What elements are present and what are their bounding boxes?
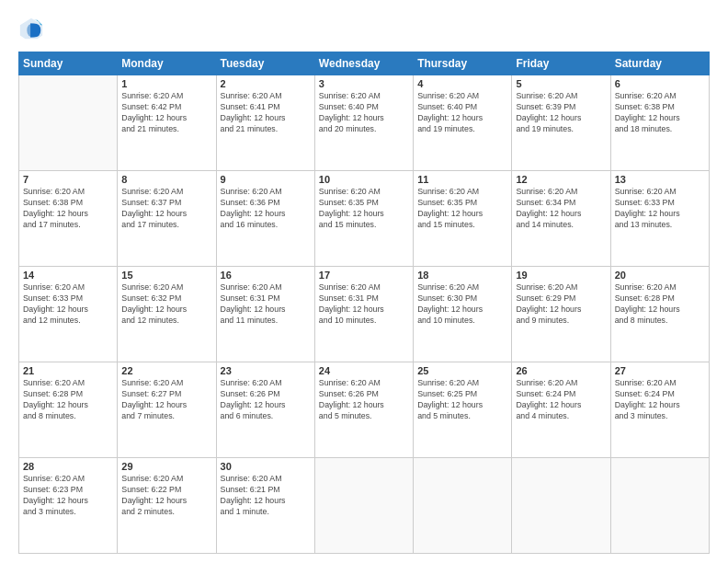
- day-info: Sunrise: 6:20 AM Sunset: 6:34 PM Dayligh…: [516, 187, 606, 231]
- day-info: Sunrise: 6:20 AM Sunset: 6:28 PM Dayligh…: [23, 378, 113, 422]
- calendar-table: SundayMondayTuesdayWednesdayThursdayFrid…: [18, 52, 710, 554]
- day-number: 6: [615, 78, 705, 89]
- day-number: 11: [417, 174, 507, 185]
- day-number: 21: [23, 365, 113, 376]
- day-info: Sunrise: 6:20 AM Sunset: 6:40 PM Dayligh…: [319, 91, 409, 135]
- calendar-week-row: 1Sunrise: 6:20 AM Sunset: 6:42 PM Daylig…: [19, 75, 710, 171]
- calendar-cell: [414, 458, 512, 554]
- weekday-header: Thursday: [414, 52, 512, 75]
- day-info: Sunrise: 6:20 AM Sunset: 6:25 PM Dayligh…: [417, 378, 507, 422]
- day-number: 1: [121, 78, 211, 89]
- calendar-cell: 7Sunrise: 6:20 AM Sunset: 6:38 PM Daylig…: [19, 171, 118, 267]
- day-info: Sunrise: 6:20 AM Sunset: 6:24 PM Dayligh…: [615, 378, 705, 422]
- day-number: 7: [23, 174, 113, 185]
- calendar-cell: 16Sunrise: 6:20 AM Sunset: 6:31 PM Dayli…: [216, 267, 314, 362]
- day-number: 2: [221, 78, 311, 89]
- day-number: 4: [417, 78, 507, 89]
- calendar-cell: 26Sunrise: 6:20 AM Sunset: 6:24 PM Dayli…: [512, 362, 610, 458]
- logo-icon: [18, 17, 44, 42]
- day-info: Sunrise: 6:20 AM Sunset: 6:33 PM Dayligh…: [23, 282, 113, 327]
- day-info: Sunrise: 6:20 AM Sunset: 6:35 PM Dayligh…: [417, 187, 507, 231]
- day-info: Sunrise: 6:20 AM Sunset: 6:24 PM Dayligh…: [516, 378, 606, 422]
- calendar-cell: 22Sunrise: 6:20 AM Sunset: 6:27 PM Dayli…: [118, 362, 216, 458]
- day-number: 17: [319, 270, 409, 281]
- calendar-cell: 24Sunrise: 6:20 AM Sunset: 6:26 PM Dayli…: [314, 362, 413, 458]
- day-info: Sunrise: 6:20 AM Sunset: 6:41 PM Dayligh…: [221, 91, 311, 135]
- calendar-cell: [512, 458, 610, 554]
- day-info: Sunrise: 6:20 AM Sunset: 6:26 PM Dayligh…: [319, 378, 409, 422]
- logo: [18, 17, 50, 42]
- day-info: Sunrise: 6:20 AM Sunset: 6:39 PM Dayligh…: [516, 91, 606, 135]
- calendar-cell: 28Sunrise: 6:20 AM Sunset: 6:23 PM Dayli…: [19, 458, 118, 554]
- calendar-cell: 10Sunrise: 6:20 AM Sunset: 6:35 PM Dayli…: [314, 171, 413, 267]
- day-number: 9: [221, 174, 311, 185]
- calendar-header-row: SundayMondayTuesdayWednesdayThursdayFrid…: [19, 52, 710, 75]
- calendar-cell: 20Sunrise: 6:20 AM Sunset: 6:28 PM Dayli…: [610, 267, 709, 362]
- weekday-header: Wednesday: [314, 52, 413, 75]
- day-number: 29: [121, 461, 211, 472]
- day-number: 30: [221, 461, 311, 472]
- day-number: 15: [121, 270, 211, 281]
- day-info: Sunrise: 6:20 AM Sunset: 6:22 PM Dayligh…: [121, 474, 211, 518]
- day-info: Sunrise: 6:20 AM Sunset: 6:36 PM Dayligh…: [221, 187, 311, 231]
- day-info: Sunrise: 6:20 AM Sunset: 6:32 PM Dayligh…: [121, 282, 211, 327]
- day-number: 20: [615, 270, 705, 281]
- calendar-cell: 5Sunrise: 6:20 AM Sunset: 6:39 PM Daylig…: [512, 75, 610, 171]
- day-number: 26: [516, 365, 606, 376]
- day-number: 16: [221, 270, 311, 281]
- day-number: 5: [516, 78, 606, 89]
- day-number: 14: [23, 270, 113, 281]
- calendar-cell: 25Sunrise: 6:20 AM Sunset: 6:25 PM Dayli…: [414, 362, 512, 458]
- weekday-header: Friday: [512, 52, 610, 75]
- weekday-header: Saturday: [610, 52, 709, 75]
- calendar-cell: [314, 458, 413, 554]
- calendar-cell: 12Sunrise: 6:20 AM Sunset: 6:34 PM Dayli…: [512, 171, 610, 267]
- header: [18, 17, 710, 42]
- day-info: Sunrise: 6:20 AM Sunset: 6:29 PM Dayligh…: [516, 282, 606, 327]
- day-info: Sunrise: 6:20 AM Sunset: 6:31 PM Dayligh…: [221, 282, 311, 327]
- calendar-week-row: 14Sunrise: 6:20 AM Sunset: 6:33 PM Dayli…: [19, 267, 710, 362]
- day-info: Sunrise: 6:20 AM Sunset: 6:26 PM Dayligh…: [221, 378, 311, 422]
- weekday-header: Sunday: [19, 52, 118, 75]
- calendar-week-row: 21Sunrise: 6:20 AM Sunset: 6:28 PM Dayli…: [19, 362, 710, 458]
- day-number: 18: [417, 270, 507, 281]
- calendar-cell: 11Sunrise: 6:20 AM Sunset: 6:35 PM Dayli…: [414, 171, 512, 267]
- calendar-cell: 29Sunrise: 6:20 AM Sunset: 6:22 PM Dayli…: [118, 458, 216, 554]
- day-info: Sunrise: 6:20 AM Sunset: 6:38 PM Dayligh…: [615, 91, 705, 135]
- page: SundayMondayTuesdayWednesdayThursdayFrid…: [0, 0, 728, 563]
- calendar-cell: 15Sunrise: 6:20 AM Sunset: 6:32 PM Dayli…: [118, 267, 216, 362]
- day-info: Sunrise: 6:20 AM Sunset: 6:35 PM Dayligh…: [319, 187, 409, 231]
- day-info: Sunrise: 6:20 AM Sunset: 6:31 PM Dayligh…: [319, 282, 409, 327]
- calendar-cell: 1Sunrise: 6:20 AM Sunset: 6:42 PM Daylig…: [118, 75, 216, 171]
- calendar-cell: 18Sunrise: 6:20 AM Sunset: 6:30 PM Dayli…: [414, 267, 512, 362]
- day-info: Sunrise: 6:20 AM Sunset: 6:27 PM Dayligh…: [121, 378, 211, 422]
- day-number: 28: [23, 461, 113, 472]
- calendar-cell: 3Sunrise: 6:20 AM Sunset: 6:40 PM Daylig…: [314, 75, 413, 171]
- weekday-header: Tuesday: [216, 52, 314, 75]
- day-number: 27: [615, 365, 705, 376]
- day-number: 12: [516, 174, 606, 185]
- day-info: Sunrise: 6:20 AM Sunset: 6:33 PM Dayligh…: [615, 187, 705, 231]
- calendar-cell: 4Sunrise: 6:20 AM Sunset: 6:40 PM Daylig…: [414, 75, 512, 171]
- calendar-cell: 17Sunrise: 6:20 AM Sunset: 6:31 PM Dayli…: [314, 267, 413, 362]
- day-info: Sunrise: 6:20 AM Sunset: 6:23 PM Dayligh…: [23, 474, 113, 518]
- calendar-cell: 13Sunrise: 6:20 AM Sunset: 6:33 PM Dayli…: [610, 171, 709, 267]
- day-info: Sunrise: 6:20 AM Sunset: 6:42 PM Dayligh…: [121, 91, 211, 135]
- calendar-cell: 8Sunrise: 6:20 AM Sunset: 6:37 PM Daylig…: [118, 171, 216, 267]
- day-number: 13: [615, 174, 705, 185]
- day-number: 19: [516, 270, 606, 281]
- day-info: Sunrise: 6:20 AM Sunset: 6:30 PM Dayligh…: [417, 282, 507, 327]
- calendar-week-row: 28Sunrise: 6:20 AM Sunset: 6:23 PM Dayli…: [19, 458, 710, 554]
- day-info: Sunrise: 6:20 AM Sunset: 6:28 PM Dayligh…: [615, 282, 705, 327]
- calendar-cell: 23Sunrise: 6:20 AM Sunset: 6:26 PM Dayli…: [216, 362, 314, 458]
- day-number: 10: [319, 174, 409, 185]
- calendar-cell: 21Sunrise: 6:20 AM Sunset: 6:28 PM Dayli…: [19, 362, 118, 458]
- day-number: 22: [121, 365, 211, 376]
- calendar-cell: 14Sunrise: 6:20 AM Sunset: 6:33 PM Dayli…: [19, 267, 118, 362]
- day-number: 25: [417, 365, 507, 376]
- weekday-header: Monday: [118, 52, 216, 75]
- calendar-cell: 27Sunrise: 6:20 AM Sunset: 6:24 PM Dayli…: [610, 362, 709, 458]
- calendar-cell: 6Sunrise: 6:20 AM Sunset: 6:38 PM Daylig…: [610, 75, 709, 171]
- calendar-week-row: 7Sunrise: 6:20 AM Sunset: 6:38 PM Daylig…: [19, 171, 710, 267]
- calendar-cell: 30Sunrise: 6:20 AM Sunset: 6:21 PM Dayli…: [216, 458, 314, 554]
